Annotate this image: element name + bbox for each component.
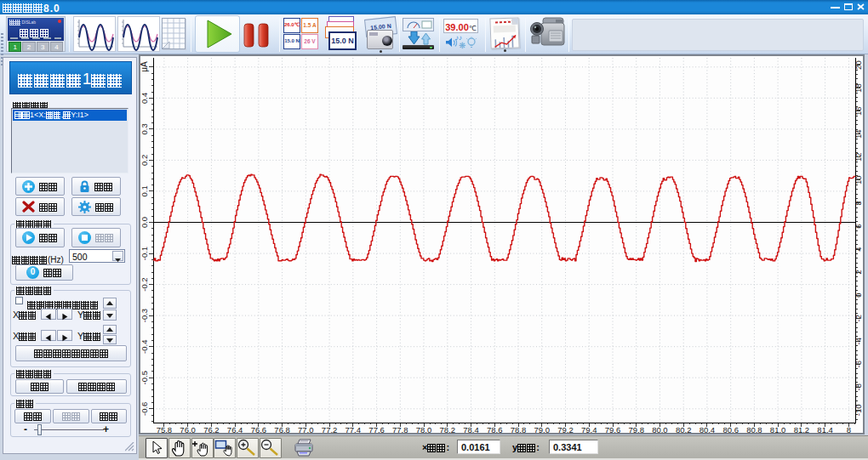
svg-text:77.0: 77.0 bbox=[298, 425, 314, 434]
svg-text:81.2: 81.2 bbox=[794, 425, 810, 434]
svg-text:80.4: 80.4 bbox=[700, 425, 716, 434]
svg-text:4: 4 bbox=[854, 247, 863, 251]
svg-text:0.4: 0.4 bbox=[140, 93, 149, 104]
svg-text:75.8: 75.8 bbox=[157, 425, 173, 434]
svg-text:80.6: 80.6 bbox=[722, 425, 739, 434]
svg-text:78.0: 78.0 bbox=[416, 425, 432, 434]
svg-text:76.4: 76.4 bbox=[227, 425, 243, 434]
svg-text:77.8: 77.8 bbox=[392, 425, 408, 434]
svg-text:-0.2: -0.2 bbox=[140, 277, 149, 291]
svg-text:-0.6: -0.6 bbox=[140, 402, 149, 416]
svg-text:12: 12 bbox=[854, 153, 863, 162]
svg-text:-0.5: -0.5 bbox=[140, 371, 149, 384]
svg-text:77.4: 77.4 bbox=[345, 425, 362, 434]
svg-text:14: 14 bbox=[854, 130, 863, 139]
svg-text:77.6: 77.6 bbox=[368, 425, 385, 434]
svg-text:79.8: 79.8 bbox=[628, 425, 644, 434]
svg-text:78.4: 78.4 bbox=[463, 425, 479, 434]
svg-text:0: 0 bbox=[854, 292, 863, 297]
svg-text:-6: -6 bbox=[854, 361, 863, 367]
svg-text:μA: μA bbox=[140, 61, 149, 72]
svg-text:-0.1: -0.1 bbox=[140, 247, 149, 260]
svg-text:80.0: 80.0 bbox=[652, 425, 668, 434]
svg-text:0.0: 0.0 bbox=[140, 217, 149, 228]
svg-text:0.1: 0.1 bbox=[140, 185, 149, 196]
svg-text:76.8: 76.8 bbox=[274, 425, 290, 434]
svg-text:0.3: 0.3 bbox=[140, 123, 149, 134]
svg-text:-2: -2 bbox=[854, 315, 863, 321]
svg-text:6: 6 bbox=[854, 224, 863, 228]
svg-text:76.0: 76.0 bbox=[180, 425, 196, 434]
svg-text:-0.4: -0.4 bbox=[140, 340, 149, 354]
svg-text:79.0: 79.0 bbox=[534, 425, 550, 434]
svg-text:0.2: 0.2 bbox=[140, 155, 149, 166]
svg-text:78.6: 78.6 bbox=[487, 425, 503, 434]
svg-text:81.4: 81.4 bbox=[817, 425, 833, 434]
svg-text:80.8: 80.8 bbox=[746, 425, 762, 434]
svg-text:-0.3: -0.3 bbox=[140, 309, 149, 322]
svg-text:16: 16 bbox=[854, 106, 863, 116]
svg-text:10: 10 bbox=[854, 176, 863, 185]
svg-text:8: 8 bbox=[847, 425, 851, 434]
svg-text:76.2: 76.2 bbox=[203, 425, 220, 434]
svg-text:78.8: 78.8 bbox=[511, 425, 527, 434]
svg-text:79.6: 79.6 bbox=[605, 425, 621, 434]
svg-text:❋: ❋ bbox=[459, 41, 465, 50]
svg-text:79.2: 79.2 bbox=[557, 425, 574, 434]
svg-text:78.2: 78.2 bbox=[440, 425, 456, 434]
svg-text:-4: -4 bbox=[854, 338, 863, 344]
svg-text:80.2: 80.2 bbox=[676, 425, 692, 434]
svg-text:79.4: 79.4 bbox=[581, 425, 597, 434]
svg-text:76.6: 76.6 bbox=[251, 425, 267, 434]
svg-text:-10: -10 bbox=[854, 405, 863, 417]
svg-text:18: 18 bbox=[854, 83, 863, 93]
svg-text:-8: -8 bbox=[854, 383, 863, 390]
svg-text:20: 20 bbox=[854, 60, 863, 70]
svg-text:2: 2 bbox=[854, 270, 863, 274]
svg-text:81.0: 81.0 bbox=[770, 425, 786, 434]
svg-text:8: 8 bbox=[854, 201, 863, 205]
svg-text:77.2: 77.2 bbox=[322, 425, 338, 434]
